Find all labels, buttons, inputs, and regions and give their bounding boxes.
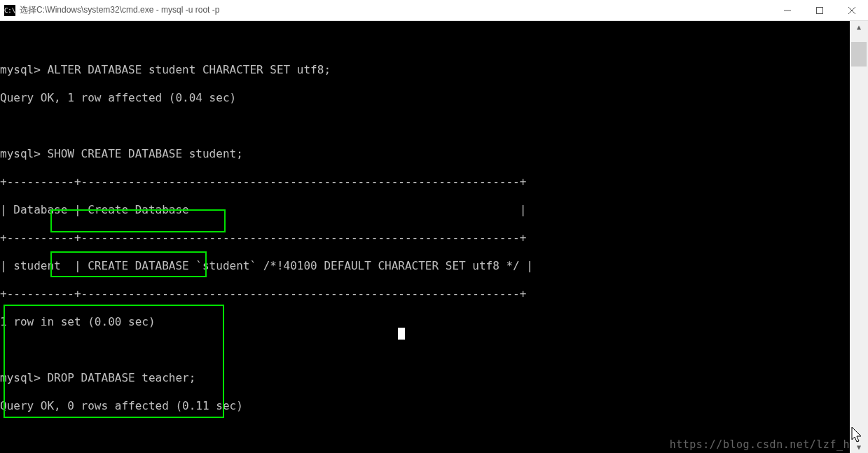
text-cursor	[398, 328, 405, 340]
window-title: 选择C:\Windows\system32\cmd.exe - mysql -u…	[20, 4, 771, 16]
window-titlebar: C:\ 选择C:\Windows\system32\cmd.exe - mysq…	[0, 0, 868, 21]
close-button[interactable]	[836, 0, 868, 20]
cmd-icon: C:\	[4, 5, 15, 16]
terminal-line: 1 row in set (0.00 sec)	[0, 315, 850, 329]
scroll-down-arrow-icon[interactable]: ▼	[850, 441, 868, 453]
scrollbar-thumb[interactable]	[851, 42, 867, 67]
terminal-line: mysql> SHOW CREATE DATABASE student;	[0, 147, 850, 161]
terminal-line	[0, 119, 850, 133]
terminal-area[interactable]: mysql> ALTER DATABASE student CHARACTER …	[0, 21, 850, 453]
maximize-button[interactable]	[804, 0, 836, 20]
svg-rect-1	[817, 7, 823, 13]
terminal-line: +----------+----------------------------…	[0, 175, 850, 189]
terminal-line: mysql> ALTER DATABASE student CHARACTER …	[0, 63, 850, 77]
terminal-line	[0, 343, 850, 357]
terminal-line	[0, 35, 850, 49]
window-controls	[771, 0, 868, 20]
terminal-line: | Database | Create Database |	[0, 203, 850, 217]
terminal-line: +----------+----------------------------…	[0, 231, 850, 245]
terminal-line: mysql> DROP DATABASE teacher;	[0, 371, 850, 385]
watermark-text: https://blog.csdn.net/lzf_h	[670, 438, 850, 452]
scroll-up-arrow-icon[interactable]: ▲	[850, 21, 868, 33]
terminal-line: Query OK, 1 row affected (0.04 sec)	[0, 91, 850, 105]
minimize-button[interactable]	[771, 0, 804, 20]
terminal-line: +----------+----------------------------…	[0, 287, 850, 301]
vertical-scrollbar[interactable]: ▲ ▼	[850, 21, 868, 453]
terminal-line: Query OK, 0 rows affected (0.11 sec)	[0, 399, 850, 413]
terminal-line: | student | CREATE DATABASE `student` /*…	[0, 259, 850, 273]
